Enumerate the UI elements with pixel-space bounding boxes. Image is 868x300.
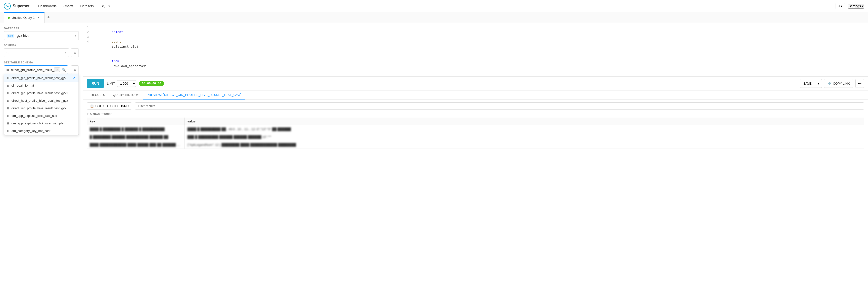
table-body: ████ █ ████████ █ ██████ █ ██████████ ██… [87,125,864,149]
table-icon-0: ⊞ [7,76,9,80]
nav-sql[interactable]: SQL ▾ [97,3,113,9]
logo-icon [4,3,11,9]
tab-results[interactable]: RESULTS [87,90,109,99]
tab-untitled-query-1[interactable]: Untitled Query 1 ✕ [4,12,44,23]
logo-text: Superset [13,4,29,8]
table-search-clear-button[interactable]: × [54,67,60,72]
main-layout: DATABASE hive gyx hive ▾ SCHEMA dm ▾ ↻ [0,23,868,300]
database-badge: hive [7,34,14,37]
sql-line-3: where day>= 20220901 ; [93,74,868,77]
tab-preview[interactable]: PREVIEW: `DIRECT_GID_PROFILE_HIVE_RESULT… [143,90,245,99]
data-table: key value ████ █ ████████ █ ██████ █ ███… [87,118,864,149]
database-value: gyx hive [17,34,29,37]
schema-select[interactable]: dm ▾ [4,48,69,57]
limit-select[interactable]: 1 000 5 000 10 000 [117,80,136,87]
dropdown-item-2[interactable]: ⊞ direct_gid_profile_hive_result_test_gy… [4,89,79,97]
col-header-value: value [184,118,864,125]
tab-close-button[interactable]: ✕ [37,16,40,20]
schema-value: dm [7,51,11,55]
fn-count: count [112,40,121,44]
sql-content: select count (distinct gid) from dwd.dwd… [93,25,868,77]
rows-count: 100 rows returned [87,112,864,116]
tab-query-history[interactable]: QUERY HISTORY [109,90,143,99]
dropdown-item-5[interactable]: ⊞ dm_app_explose_click_raw_szc [4,112,79,120]
dropdown-label-3: direct_host_profile_hive_result_test_gyx [11,99,68,102]
nav-dashboards[interactable]: Dashboards [35,3,60,9]
schema-refresh-icon: ↻ [74,51,76,55]
save-dropdown-button[interactable]: ▾ [815,79,822,88]
save-button[interactable]: SAVE [800,79,815,88]
logo[interactable]: Superset [4,3,29,9]
dropdown-label-7: dm_category_key_hot_host [11,129,51,133]
plus-arrow-icon: ▾ [841,4,842,8]
tab-status-dot [8,17,10,19]
dropdown-item-6[interactable]: ⊞ dm_app_explose_click_user_sample [4,120,79,127]
table-icon-7: ⊞ [7,129,9,133]
table-icon-2: ⊞ [7,91,9,95]
line-numbers: 1 2 3 4 [83,25,91,44]
limit-label: LIMIT: [107,82,115,85]
nav-links: Dashboards Charts Datasets SQL ▾ [35,3,113,9]
cell-key-1: █ ████████ ██████ ██████████ ██████ ██ [87,133,184,141]
nav-plus-button[interactable]: + ▾ [836,3,845,9]
dropdown-item-3[interactable]: ⊞ direct_host_profile_hive_result_test_g… [4,97,79,104]
dropdown-label-0: direct_gid_profile_hive_result_test_gyx [11,76,66,80]
check-icon-0: ✓ [73,76,75,80]
cell-value-0: ████ █ █████████ ██ , 49·0 , 10 , ·11·, … [184,125,864,133]
database-select[interactable]: hive gyx hive ▾ [4,31,79,40]
cell-value-1: ███ █ █████████ ██████ ██████ ██████ 15"… [184,133,864,141]
query-toolbar: RUN LIMIT: 1 000 5 000 10 000 00:00:00.0… [83,77,868,90]
filter-input[interactable] [135,102,864,110]
add-tab-button[interactable]: + [44,12,53,23]
topnav: Superset Dashboards Charts Datasets SQL … [0,0,868,12]
save-dropdown-icon: ▾ [817,82,819,85]
schema-select-wrap: dm ▾ [4,48,69,57]
dropdown-item-7[interactable]: ⊞ dm_category_key_hot_host [4,127,79,134]
nav-datasets[interactable]: Datasets [77,3,97,9]
cell-value-2: {"ApkLegandNum": 12 } ████████ ████ ████… [184,141,864,149]
table-search-button[interactable]: 🔍 [60,66,68,74]
nav-settings-button[interactable]: Settings ▾ [848,4,864,8]
kw-select: select [112,30,123,34]
link-icon: 🔗 [828,82,831,85]
table-row: █ ████████ ██████ ██████████ ██████ ██ █… [87,133,864,141]
database-select-wrap: hive gyx hive ▾ [4,31,79,40]
copy-link-button[interactable]: 🔗 COPY LINK [824,79,854,88]
table-icon-1: ⊞ [7,84,9,87]
schema-row: dm ▾ ↻ [4,48,79,57]
results-tabs: RESULTS QUERY HISTORY PREVIEW: `DIRECT_G… [83,90,868,99]
editor-area: 1 2 3 4 select count (distinct gid) from… [83,23,868,300]
dropdown-item-0[interactable]: ⊞ direct_gid_profile_hive_result_test_gy… [4,74,79,82]
table-search-input[interactable] [11,68,54,72]
sql-line-1: select count (distinct gid) [93,25,868,54]
tab-label: Untitled Query 1 [12,16,35,20]
table-header: key value [87,118,864,125]
settings-arrow-icon: ▾ [862,4,864,8]
results-area: 📋 COPY TO CLIPBOARD 100 rows returned ke… [83,99,868,300]
copy-clipboard-button[interactable]: 📋 COPY TO CLIPBOARD [87,102,132,110]
table-refresh-button[interactable]: ↻ [71,65,79,74]
run-button[interactable]: RUN [87,79,104,88]
save-group: SAVE ▾ [800,79,822,88]
nav-right: + ▾ Settings ▾ [836,3,864,9]
table-search-row: ⊞ × 🔍 ↻ [4,65,79,74]
dropdown-item-4[interactable]: ⊞ direct_uid_profile_hive_result_test_gy… [4,104,79,112]
sql-line-2: from dwd.dwd_appserver [93,54,868,74]
table-schema-label: SEE TABLE SCHEMA [4,61,79,64]
table-icon-3: ⊞ [7,99,9,102]
search-icon: 🔍 [62,68,66,72]
sql-editor[interactable]: 1 2 3 4 select count (distinct gid) from… [83,23,868,77]
cell-key-0: ████ █ ████████ █ ██████ █ ██████████ [87,125,184,133]
results-toolbar: 📋 COPY TO CLIPBOARD [87,102,864,110]
more-options-button[interactable]: ••• [855,79,864,88]
schema-refresh-button[interactable]: ↻ [71,48,79,57]
nav-charts[interactable]: Charts [60,3,76,9]
dropdown-label-6: dm_app_explose_click_user_sample [11,121,63,125]
tabbar: Untitled Query 1 ✕ + [0,12,868,23]
sidebar: DATABASE hive gyx hive ▾ SCHEMA dm ▾ ↻ [0,23,83,300]
table-icon-4: ⊞ [7,107,9,110]
table-dropdown-list: ⊞ direct_gid_profile_hive_result_test_gy… [4,74,79,135]
dropdown-item-1[interactable]: ⊞ cf_recall_format [4,82,79,89]
schema-chevron-icon: ▾ [65,52,66,54]
dropdown-label-1: cf_recall_format [11,84,34,87]
